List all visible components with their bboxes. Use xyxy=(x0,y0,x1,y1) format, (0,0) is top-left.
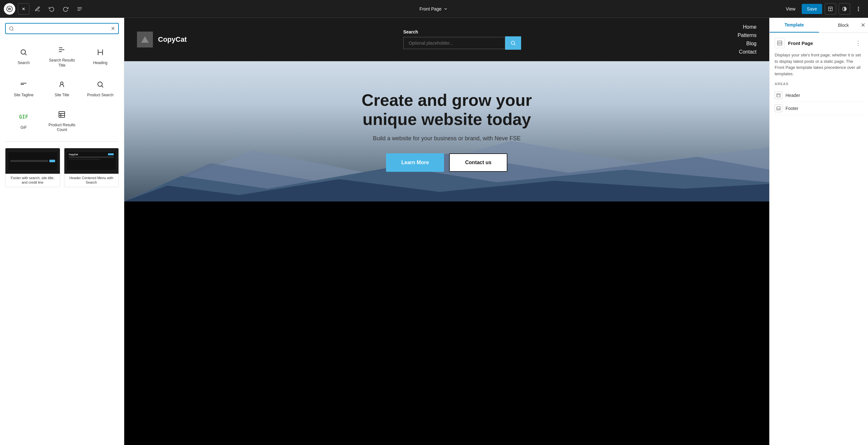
logo-triangle xyxy=(141,36,149,43)
site-search-icon xyxy=(510,40,516,46)
nav-patterns[interactable]: Patterns xyxy=(737,32,756,38)
contact-us-button[interactable]: Contact us xyxy=(449,153,507,172)
pattern-card-footer-search[interactable]: Footer with search, site title, and cred… xyxy=(5,148,60,187)
block-item-site-tagline[interactable]: Site Tagline xyxy=(5,74,42,102)
area-header-label: Header xyxy=(785,93,800,98)
close-button[interactable]: ✕ xyxy=(18,3,29,14)
areas-label: AREAS xyxy=(775,82,863,86)
block-item-product-search-label: Product Search xyxy=(87,93,114,98)
site-search-input[interactable] xyxy=(403,37,505,49)
site-search-block: Search xyxy=(403,29,521,50)
block-item-search-label: Search xyxy=(18,61,30,66)
product-search-icon xyxy=(95,79,106,90)
template-header: Front Page ⋮ xyxy=(775,38,863,48)
svg-text:W: W xyxy=(8,7,11,11)
site-logo xyxy=(137,32,153,48)
svg-point-9 xyxy=(858,7,859,7)
pattern-card-header-centered[interactable]: CopyCat Header Centered Menu with Search xyxy=(64,148,119,187)
block-item-site-title[interactable]: Site Title xyxy=(43,74,80,102)
redo-button[interactable] xyxy=(60,3,71,14)
pattern-cards: Footer with search, site title, and cred… xyxy=(0,145,124,192)
search-results-title-icon xyxy=(56,44,67,56)
hero-buttons: Learn More Contact us xyxy=(335,153,558,172)
right-panel-tabs: Template Block ✕ xyxy=(770,18,868,33)
search-block-input-wrap xyxy=(403,36,521,50)
layout-toggle-button[interactable] xyxy=(825,3,836,14)
block-item-srt-label: Search Results Title xyxy=(46,58,78,68)
options-button[interactable] xyxy=(853,3,864,14)
view-button[interactable]: View xyxy=(782,4,799,13)
search-block-icon xyxy=(18,47,29,58)
main-layout: search ✕ Search Search Results Title xyxy=(0,18,868,445)
footer-area-icon xyxy=(775,105,782,112)
site-search-button[interactable] xyxy=(505,36,521,50)
right-panel-close-button[interactable]: ✕ xyxy=(861,22,865,29)
hero-section: Create and grow your unique website toda… xyxy=(124,61,769,202)
site-name: CopyCat xyxy=(158,35,187,44)
block-item-gif[interactable]: GIF GIF xyxy=(5,104,42,138)
gif-icon: GIF xyxy=(18,111,29,123)
block-search-input[interactable]: search xyxy=(17,26,108,31)
svg-rect-25 xyxy=(59,112,65,117)
block-item-product-results-count[interactable]: Product Results Count xyxy=(43,104,80,138)
pattern-footer-label: Footer with search, site title, and cred… xyxy=(5,174,60,187)
product-results-count-icon xyxy=(56,109,67,120)
right-panel-content: Front Page ⋮ Displays your site's front … xyxy=(770,33,868,120)
page-title-button[interactable]: Front Page xyxy=(416,4,452,13)
svg-line-13 xyxy=(12,30,13,31)
toolbar-right: View Save xyxy=(782,3,864,14)
template-icon xyxy=(775,38,785,48)
block-search-bar: search ✕ xyxy=(5,23,119,34)
nav-home[interactable]: Home xyxy=(743,24,756,30)
svg-rect-38 xyxy=(777,94,780,97)
block-item-heading[interactable]: Heading xyxy=(82,39,119,73)
svg-rect-40 xyxy=(777,107,780,110)
area-footer[interactable]: Footer xyxy=(775,102,863,115)
canvas-area: CopyCat Search Home Patterns Blog Co xyxy=(124,18,769,445)
block-grid: Search Search Results Title Heading xyxy=(0,39,124,138)
save-button[interactable]: Save xyxy=(802,4,822,14)
svg-point-10 xyxy=(858,8,859,9)
block-item-search-results-title[interactable]: Search Results Title xyxy=(43,39,80,73)
contrast-button[interactable] xyxy=(839,3,850,14)
area-footer-label: Footer xyxy=(785,106,798,111)
block-item-search[interactable]: Search xyxy=(5,39,42,73)
right-panel: Template Block ✕ Front Page ⋮ Displays y… xyxy=(769,18,868,445)
template-icon-title: Front Page xyxy=(775,38,813,48)
search-clear-button[interactable]: ✕ xyxy=(111,26,115,32)
panel-divider xyxy=(5,141,119,142)
block-item-gif-label: GIF xyxy=(21,125,27,130)
svg-line-24 xyxy=(101,86,103,87)
hero-content: Create and grow your unique website toda… xyxy=(335,91,558,172)
undo-button[interactable] xyxy=(46,3,57,14)
block-item-site-title-label: Site Title xyxy=(55,93,69,98)
template-options-button[interactable]: ⋮ xyxy=(854,39,863,47)
search-block-label: Search xyxy=(403,29,521,34)
area-header[interactable]: Header xyxy=(775,89,863,102)
svg-point-22 xyxy=(61,82,63,85)
hero-subtitle: Build a website for your business or bra… xyxy=(335,135,558,142)
page-title-label: Front Page xyxy=(420,6,441,11)
wp-logo: W xyxy=(4,3,15,14)
block-item-product-search[interactable]: Product Search xyxy=(82,74,119,102)
block-item-prc-label: Product Results Count xyxy=(46,123,78,132)
pattern-header-label: Header Centered Menu with Search xyxy=(64,174,119,187)
learn-more-button[interactable]: Learn More xyxy=(386,153,444,172)
site-nav: Home Patterns Blog Contact xyxy=(737,24,756,55)
svg-rect-35 xyxy=(778,41,782,45)
tab-template[interactable]: Template xyxy=(770,18,819,32)
template-name: Front Page xyxy=(788,40,813,46)
template-description: Displays your site's front page, whether… xyxy=(775,52,863,77)
site-title-icon xyxy=(56,79,67,90)
edit-pen-button[interactable] xyxy=(32,3,43,14)
toolbar-center: Front Page xyxy=(88,4,779,13)
site-preview: CopyCat Search Home Patterns Blog Co xyxy=(124,18,769,445)
top-toolbar: W ✕ Front Page View Save xyxy=(0,0,868,18)
nav-contact[interactable]: Contact xyxy=(739,49,756,55)
svg-line-30 xyxy=(514,44,516,45)
site-tagline-icon xyxy=(18,79,29,90)
list-view-button[interactable] xyxy=(74,3,85,14)
search-icon xyxy=(9,26,14,31)
nav-blog[interactable]: Blog xyxy=(746,41,756,47)
svg-point-11 xyxy=(858,10,859,11)
